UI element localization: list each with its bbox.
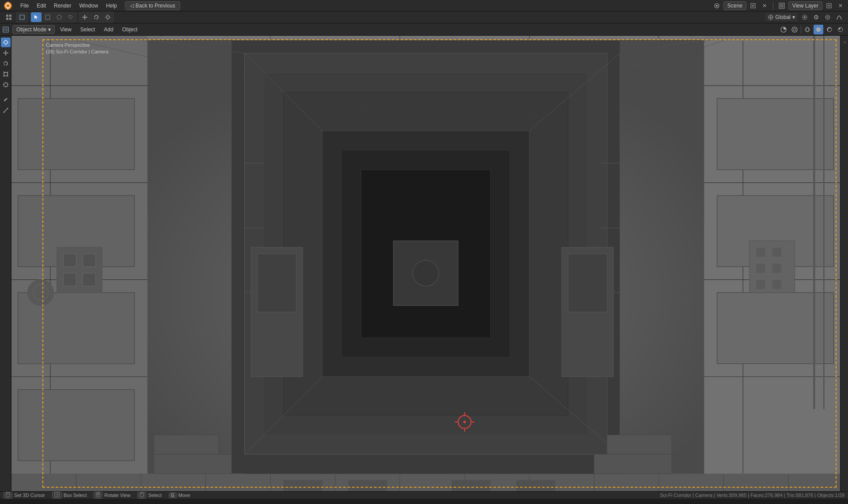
transform-tool-btn[interactable] — [1, 80, 11, 90]
svg-line-76 — [4, 108, 8, 113]
add-menu[interactable]: Add — [100, 26, 117, 34]
svg-point-52 — [839, 28, 840, 30]
collapse-right-arrow[interactable]: ◁ — [841, 38, 848, 46]
viewport-shading-icon[interactable] — [779, 25, 788, 34]
rotate-tool[interactable] — [91, 12, 102, 22]
transform-orientation[interactable]: Global ▾ — [765, 13, 798, 21]
rendered-mode-btn[interactable] — [836, 25, 845, 34]
mode-dropdown-icon: ▾ — [48, 26, 51, 33]
svg-rect-17 — [9, 18, 11, 20]
scale-tool[interactable] — [102, 12, 113, 22]
snap-icon[interactable] — [811, 12, 822, 22]
viewport-canvas[interactable]: Camera Perspective (28) Sci-Fi Corridor … — [11, 36, 840, 491]
scene-selector[interactable]: Scene — [723, 1, 746, 10]
pivot-point-icon[interactable] — [799, 12, 810, 22]
lmb-key — [4, 492, 12, 499]
svg-rect-207 — [154, 435, 219, 454]
select-menu[interactable]: Select — [77, 26, 98, 34]
svg-point-51 — [838, 27, 843, 32]
viewlayer-selector[interactable]: View Layer — [788, 1, 822, 10]
svg-rect-206 — [154, 454, 231, 474]
main-area: Global ▾ Object — [0, 11, 848, 491]
measure-tool-btn[interactable] — [1, 105, 11, 115]
viewlayer-new-icon[interactable] — [824, 1, 834, 11]
object-mode-selector[interactable]: Object Mode ▾ — [12, 25, 55, 34]
select-cursor-tool[interactable] — [31, 12, 42, 22]
select-status: Select — [137, 492, 162, 499]
viewlayer-type-icon[interactable] — [777, 1, 787, 11]
solid-mode-btn[interactable] — [814, 25, 823, 34]
menu-file[interactable]: File — [17, 2, 32, 10]
svg-rect-129 — [756, 247, 765, 257]
object-mode-icon[interactable] — [17, 12, 27, 22]
svg-rect-183 — [257, 254, 296, 312]
menu-help[interactable]: Help — [102, 2, 121, 10]
object-menu[interactable]: Object — [119, 26, 141, 34]
svg-rect-131 — [756, 263, 765, 273]
svg-marker-23 — [84, 15, 86, 16]
circle-select-tool[interactable] — [54, 12, 64, 22]
menu-window[interactable]: Window — [76, 2, 102, 10]
svg-rect-157 — [516, 480, 555, 491]
scene-new-icon[interactable] — [748, 1, 758, 11]
viewlayer-delete-icon[interactable]: ✕ — [836, 1, 845, 11]
move-status: G Move — [169, 493, 190, 498]
rotate-view-label: Rotate View — [104, 493, 130, 498]
material-preview-btn[interactable] — [825, 25, 834, 34]
svg-rect-116 — [83, 273, 95, 286]
falloff-type-icon[interactable] — [834, 12, 844, 22]
back-to-previous-button[interactable]: ◁ Back to Previous — [125, 1, 180, 10]
mmb-key — [94, 492, 102, 499]
proportional-edit-icon[interactable] — [822, 12, 833, 22]
pivot-snap-controls — [799, 12, 844, 22]
move-tool-btn[interactable] — [1, 48, 11, 58]
svg-point-201 — [463, 421, 466, 423]
orientation-dropdown-icon: ▾ — [792, 14, 795, 20]
menu-edit[interactable]: Edit — [33, 2, 49, 10]
annotate-tool-btn[interactable] — [1, 95, 11, 105]
left-tool-shelf — [0, 36, 11, 491]
drag-key — [52, 492, 62, 499]
select-label: Select — [148, 493, 162, 498]
rotate-tool-btn[interactable] — [1, 59, 11, 68]
viewport-controls-right — [779, 25, 845, 34]
svg-rect-19 — [45, 15, 50, 19]
svg-rect-132 — [772, 263, 782, 273]
wireframe-mode-btn[interactable] — [803, 25, 812, 34]
scene-label: Scene — [727, 3, 742, 9]
set-cursor-status: Set 3D Cursor — [4, 492, 45, 499]
scene-type-icon[interactable] — [712, 1, 722, 11]
svg-rect-209 — [607, 435, 672, 454]
lasso-select-tool[interactable] — [65, 12, 76, 22]
menu-render[interactable]: Render — [50, 2, 75, 10]
move-tool[interactable] — [80, 12, 90, 22]
svg-point-45 — [792, 27, 797, 32]
box-select-status: Box Select — [52, 492, 87, 499]
back-arrow-icon: ◁ — [130, 3, 134, 9]
svg-rect-125 — [717, 98, 834, 169]
cursor-tool-btn[interactable] — [1, 38, 11, 47]
overlays-icon[interactable] — [790, 25, 799, 34]
svg-marker-26 — [87, 17, 88, 18]
viewport-area: Object Mode ▾ View Select Add Object — [0, 23, 848, 491]
scale-tool-btn[interactable] — [1, 69, 11, 79]
view-menu[interactable]: View — [57, 26, 75, 34]
svg-rect-28 — [106, 16, 109, 19]
svg-point-40 — [825, 15, 830, 19]
svg-rect-214 — [98, 493, 99, 495]
scene-delete-icon[interactable]: ✕ — [760, 1, 769, 11]
right-panel: ◁ — [840, 36, 848, 491]
box-select-tool[interactable] — [42, 12, 53, 22]
svg-marker-62 — [3, 53, 4, 54]
svg-rect-113 — [63, 254, 76, 267]
move-label: Move — [178, 493, 190, 498]
mode-label: Object Mode — [16, 26, 46, 33]
svg-line-67 — [8, 71, 8, 72]
svg-rect-65 — [4, 72, 8, 76]
svg-rect-15 — [9, 15, 11, 17]
back-btn-label: Back to Previous — [136, 3, 175, 9]
svg-marker-64 — [4, 64, 5, 65]
toolbar-row: Global ▾ — [0, 11, 848, 23]
workspace-icon[interactable] — [4, 12, 14, 22]
transform-tools-group — [79, 11, 114, 23]
